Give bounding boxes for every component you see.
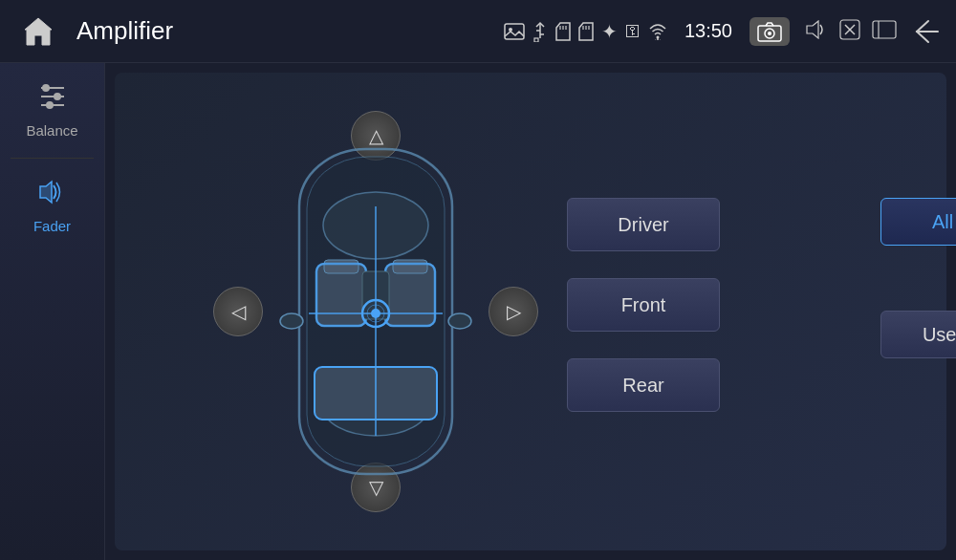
balance-left-button[interactable]: ◁ (213, 287, 263, 336)
svg-point-48 (280, 313, 303, 329)
home-button[interactable] (10, 0, 67, 63)
svg-point-16 (768, 32, 771, 35)
svg-marker-17 (807, 21, 818, 38)
right-panel: Driver Front Rear All User (567, 198, 858, 425)
camera-button[interactable] (750, 17, 790, 46)
user-button[interactable]: User (880, 311, 956, 358)
key-icon: ⚿ (625, 23, 641, 40)
svg-rect-21 (873, 21, 896, 38)
fader-label: Fader (33, 218, 71, 234)
main-content: Balance Fader △ ▽ (0, 63, 956, 560)
svg-point-49 (448, 313, 471, 329)
svg-rect-37 (393, 260, 427, 273)
back-button[interactable] (904, 11, 946, 53)
arrow-left-icon: ◁ (231, 300, 246, 323)
topbar: Amplifier ✦ ⚿ 13:50 (0, 0, 956, 63)
svg-point-46 (371, 309, 380, 318)
svg-rect-1 (505, 24, 524, 39)
sidebar-item-fader[interactable]: Fader (0, 168, 104, 244)
page-title: Amplifier (76, 16, 504, 46)
front-button[interactable]: Front (567, 278, 720, 332)
sd-card-icon (555, 22, 571, 41)
status-icons: ✦ ⚿ 13:50 (504, 11, 946, 53)
balance-icon (36, 82, 69, 117)
balance-right-button[interactable]: ▷ (489, 287, 538, 336)
rear-button[interactable]: Rear (567, 358, 720, 412)
fader-icon (36, 178, 69, 212)
driver-button[interactable]: Driver (567, 198, 720, 251)
all-button[interactable]: All (880, 198, 956, 246)
sidebar: Balance Fader (0, 63, 105, 560)
balance-label: Balance (26, 122, 77, 139)
clock: 13:50 (684, 20, 732, 42)
content-area: △ ▽ ◁ ▷ (115, 73, 946, 550)
svg-point-27 (54, 93, 61, 100)
sd-card2-icon (578, 22, 594, 41)
volume-icon[interactable] (805, 20, 828, 43)
sidebar-divider (11, 158, 94, 159)
svg-rect-36 (324, 260, 358, 273)
car-visualization: △ ▽ ◁ ▷ (242, 92, 510, 531)
sidebar-item-balance[interactable]: Balance (0, 73, 104, 148)
wifi-icon (648, 23, 667, 40)
bluetooth-icon: ✦ (601, 20, 618, 43)
usb-icon (532, 21, 548, 42)
svg-marker-0 (25, 18, 52, 45)
svg-marker-29 (40, 182, 52, 203)
close-button[interactable] (839, 19, 860, 44)
right-controls (805, 19, 897, 44)
car-diagram (271, 130, 481, 493)
arrow-right-icon: ▷ (507, 300, 521, 323)
svg-rect-6 (534, 38, 538, 42)
svg-point-26 (42, 84, 50, 92)
image-icon (504, 23, 525, 40)
screen-icon[interactable] (872, 20, 897, 43)
svg-point-28 (46, 101, 54, 109)
